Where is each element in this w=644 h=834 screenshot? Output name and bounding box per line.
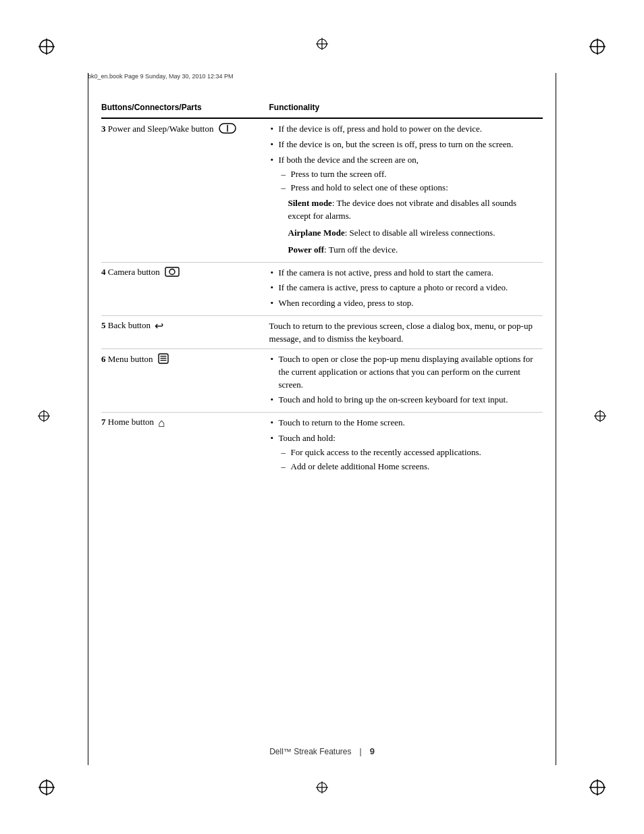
power-off-term: Power off	[288, 244, 325, 255]
cross-mark-right	[593, 409, 607, 425]
header-file-info: bk0_en.book Page 9 Sunday, May 30, 2010 …	[88, 73, 556, 80]
airplane-mode-term: Airplane Mode	[288, 228, 345, 238]
camera-functionality-cell: If the camera is not active, press and h…	[269, 262, 543, 316]
home-sub-1: For quick access to the recently accesse…	[281, 446, 537, 459]
cross-mark-left	[37, 409, 51, 425]
power-sub-2: Press and hold to select one of these op…	[281, 182, 537, 194]
main-content: Buttons/Connectors/Parts Functionality 3…	[101, 100, 543, 739]
border-left	[88, 73, 88, 765]
home-functionality-cell: Touch to return to the Home screen. Touc…	[269, 413, 543, 479]
reg-mark-bl	[37, 778, 56, 797]
camera-bullet-list: If the camera is not active, press and h…	[269, 267, 537, 311]
table-row-home: 7 Home button ⌂ Touch to return to the H…	[101, 413, 543, 479]
home-button-label: Home button	[108, 417, 157, 427]
home-icon: ⌂	[158, 417, 165, 429]
row-number-5: 5	[101, 320, 106, 330]
reg-mark-br	[588, 778, 607, 797]
back-button-cell: 5 Back button ↩	[101, 316, 269, 349]
camera-button-label: Camera button	[108, 267, 162, 277]
table-row-menu: 6 Menu button	[101, 348, 543, 412]
power-sub-list: Press to turn the screen off. Press and …	[281, 168, 537, 195]
reg-mark-tr	[588, 37, 607, 56]
home-bullet-2: Touch and hold: For quick access to the …	[269, 432, 537, 473]
border-right	[556, 73, 556, 765]
silent-mode-item: Silent mode: The device does not vibrate…	[288, 197, 537, 223]
airplane-mode-item: Airplane Mode: Select to disable all wir…	[288, 227, 537, 240]
menu-bullet-2: Touch and hold to bring up the on-screen…	[269, 394, 537, 407]
power-button-label: Power and Sleep/Wake button	[108, 124, 216, 134]
footer-label: Dell™ Streak Features	[269, 747, 351, 756]
home-sub-list: For quick access to the recently accesse…	[281, 446, 537, 473]
power-bullet-1: If the device is off, press and hold to …	[269, 123, 537, 136]
power-off-item: Power off: Turn off the device.	[288, 244, 537, 257]
camera-icon	[165, 267, 180, 280]
footer-page-number: 9	[370, 746, 375, 756]
reg-mark-tl	[37, 37, 56, 56]
back-icon: ↩	[155, 321, 163, 332]
page-outer: bk0_en.book Page 9 Sunday, May 30, 2010 …	[0, 0, 644, 834]
home-bullet-1: Touch to return to the Home screen.	[269, 417, 537, 429]
menu-bullet-1: Touch to open or close the pop-up menu d…	[269, 353, 537, 392]
row-number-4: 4	[101, 267, 106, 277]
row-number-3: 3	[101, 124, 106, 134]
back-button-label: Back button	[108, 320, 153, 330]
power-indent-options: Silent mode: The device does not vibrate…	[288, 197, 537, 256]
row-number-6: 6	[101, 354, 106, 364]
footer-separator: |	[360, 747, 362, 756]
camera-button-cell: 4 Camera button	[101, 262, 269, 316]
power-bullet-3: If both the device and the screen are on…	[269, 154, 537, 257]
menu-button-label: Menu button	[108, 354, 155, 364]
page-footer: Dell™ Streak Features | 9	[101, 746, 543, 756]
row-number-7: 7	[101, 417, 106, 427]
power-sub-1: Press to turn the screen off.	[281, 168, 537, 181]
col-header-buttons: Buttons/Connectors/Parts	[101, 100, 269, 118]
home-button-cell: 7 Home button ⌂	[101, 413, 269, 479]
camera-bullet-2: If the camera is active, press to captur…	[269, 282, 537, 294]
home-bullet-list: Touch to return to the Home screen. Touc…	[269, 417, 537, 473]
silent-mode-term: Silent mode	[288, 198, 332, 208]
col-header-functionality: Functionality	[269, 100, 543, 118]
table-header-row: Buttons/Connectors/Parts Functionality	[101, 100, 543, 118]
power-functionality-cell: If the device is off, press and hold to …	[269, 118, 543, 262]
power-icon	[219, 123, 236, 136]
table-row-camera: 4 Camera button If the camera is not act…	[101, 262, 543, 316]
camera-bullet-3: When recording a video, press to stop.	[269, 297, 537, 310]
camera-bullet-1: If the camera is not active, press and h…	[269, 267, 537, 280]
power-bullet-2: If the device is on, but the screen is o…	[269, 138, 537, 151]
menu-bullet-list: Touch to open or close the pop-up menu d…	[269, 353, 537, 407]
power-button-cell: 3 Power and Sleep/Wake button	[101, 118, 269, 262]
features-table: Buttons/Connectors/Parts Functionality 3…	[101, 100, 543, 479]
menu-icon	[158, 353, 169, 367]
power-bullet-list: If the device is off, press and hold to …	[269, 123, 537, 257]
table-row-power: 3 Power and Sleep/Wake button If the dev…	[101, 118, 543, 262]
menu-button-cell: 6 Menu button	[101, 348, 269, 412]
table-row-back: 5 Back button ↩ Touch to return to the p…	[101, 316, 543, 349]
svg-point-21	[169, 269, 175, 274]
menu-functionality-cell: Touch to open or close the pop-up menu d…	[269, 348, 543, 412]
back-functionality-cell: Touch to return to the previous screen, …	[269, 316, 543, 349]
header-text: bk0_en.book Page 9 Sunday, May 30, 2010 …	[88, 73, 234, 80]
cross-mark-bottom	[315, 781, 329, 797]
cross-mark-top	[315, 37, 329, 53]
home-sub-2: Add or delete additional Home screens.	[281, 461, 537, 473]
